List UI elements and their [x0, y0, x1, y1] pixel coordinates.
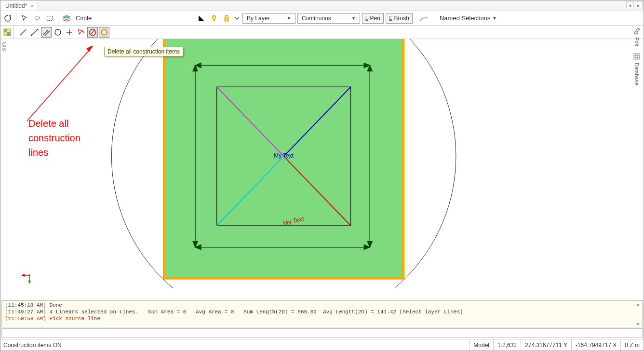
svg-rect-3	[214, 19, 215, 21]
tool-name-label: Circle	[74, 14, 194, 22]
svg-point-11	[55, 29, 61, 35]
dropdown-arrow-icon[interactable]	[234, 13, 241, 24]
log-line: [11:45:18 AM] Done	[5, 302, 639, 309]
linetype-dropdown-value: Continuous	[302, 15, 331, 22]
chevron-down-icon: ▼	[287, 16, 291, 21]
delete-construction-icon[interactable]	[76, 27, 86, 38]
status-y: 274.31677711 Y	[521, 339, 571, 351]
layers-icon[interactable]	[61, 13, 72, 24]
polyline-tool-icon[interactable]	[29, 27, 40, 38]
log-line: [11:50:58 AM] Pick source line	[5, 316, 639, 323]
separator	[58, 13, 58, 24]
chevron-down-icon: ▼	[492, 16, 496, 21]
edit-panel-icon[interactable]	[631, 26, 642, 36]
pen-label: Pen	[370, 15, 380, 22]
svg-rect-21	[634, 54, 640, 59]
log-line: [11:49:27 AM] 4 Linears selected on Line…	[5, 309, 639, 316]
svg-line-6	[31, 29, 38, 35]
eyedropper-icon[interactable]	[418, 13, 429, 24]
linetype-dropdown[interactable]: Continuous ▼	[297, 13, 360, 24]
tab-next-icon[interactable]: ▸	[635, 1, 643, 9]
delete-all-construction-icon[interactable]	[87, 27, 98, 38]
pen-key: L	[365, 15, 368, 21]
gis-panel-icon[interactable]	[0, 26, 14, 39]
svg-line-16	[91, 30, 95, 34]
named-selections-label: Named Selections	[440, 14, 491, 22]
separator	[16, 13, 16, 24]
command-input[interactable]	[1, 328, 643, 338]
brush-button[interactable]: E Brush	[386, 13, 413, 24]
tab-nav: ◂ ▸	[625, 1, 643, 9]
drawing-canvas[interactable]: My Text My Text	[14, 39, 630, 288]
document-tab[interactable]: Untitled* ×	[0, 0, 38, 11]
close-icon[interactable]: ×	[30, 2, 34, 10]
canvas-text-center: My Text	[274, 152, 294, 159]
svg-line-9	[43, 30, 48, 35]
tab-title: Untitled*	[5, 2, 27, 9]
svg-rect-19	[4, 29, 7, 32]
edit-panel-label[interactable]: Edit	[634, 37, 640, 46]
status-left: Construction items ON	[0, 342, 469, 349]
pen-button[interactable]: L Pen	[362, 13, 384, 24]
lasso-tool-icon[interactable]	[32, 13, 42, 24]
point-tool-icon[interactable]	[64, 27, 75, 38]
svg-marker-50	[28, 281, 31, 284]
circle-tool-icon[interactable]	[53, 27, 63, 38]
axis-gizmo	[21, 267, 40, 286]
annotation-label: Delete all construction lines	[28, 116, 80, 160]
svg-point-7	[31, 34, 32, 36]
parallel-line-tool-icon[interactable]	[41, 27, 52, 38]
lock-icon[interactable]	[221, 13, 232, 24]
brush-label: Brush	[394, 15, 409, 22]
layer-dropdown[interactable]: By Layer ▼	[242, 13, 295, 24]
svg-line-10	[45, 31, 50, 36]
svg-point-0	[35, 16, 40, 19]
named-selections-dropdown[interactable]: Named Selections ▼	[438, 14, 498, 22]
tooltip: Delete all construction items	[104, 47, 183, 56]
command-log: [11:45:18 AM] Done [11:49:27 AM] 4 Linea…	[1, 300, 643, 327]
scroll-up-icon[interactable]: ▴	[637, 301, 642, 307]
status-model[interactable]: Model	[469, 339, 493, 351]
status-z: 0 Z m	[620, 339, 644, 351]
chevron-down-icon: ▼	[351, 16, 356, 21]
construction-toolbar	[0, 26, 644, 39]
lightbulb-icon[interactable]	[209, 13, 219, 24]
brush-key: E	[389, 15, 392, 21]
tooltip-text: Delete all construction items	[107, 48, 180, 55]
status-bar: Construction items ON Model 1:2,632 274.…	[0, 339, 644, 351]
svg-rect-4	[225, 18, 228, 21]
construction-circle-icon[interactable]	[99, 27, 109, 38]
log-scrollbar[interactable]: ▴ ▾	[637, 301, 642, 326]
tab-prev-icon[interactable]: ◂	[626, 1, 634, 9]
database-panel-icon[interactable]	[631, 51, 642, 62]
cycle-tool-icon[interactable]	[2, 13, 13, 24]
status-x: -164.7949717 X	[571, 339, 620, 351]
svg-rect-1	[47, 16, 53, 20]
svg-point-2	[212, 15, 216, 19]
database-panel-label[interactable]: Database	[634, 63, 640, 85]
status-scale[interactable]: 1:2,632	[493, 339, 521, 351]
line-tool-icon[interactable]	[18, 27, 28, 38]
pointer-tool-icon[interactable]	[19, 13, 30, 24]
svg-point-51	[28, 274, 30, 276]
layer-dropdown-value: By Layer	[247, 15, 269, 22]
svg-point-17	[101, 29, 107, 35]
tab-bar: Untitled* × ◂ ▸	[0, 0, 644, 11]
scroll-down-icon[interactable]: ▾	[637, 321, 642, 326]
rect-select-icon[interactable]	[44, 13, 55, 24]
main-toolbar: Circle By Layer ▼ Continuous ▼ L Pen E B…	[0, 11, 644, 26]
svg-marker-48	[21, 274, 25, 277]
svg-line-5	[20, 29, 26, 35]
svg-rect-20	[7, 32, 11, 36]
gis-panel-label[interactable]: GIS	[1, 42, 7, 51]
black-triangle-icon[interactable]	[196, 13, 207, 24]
svg-point-8	[37, 28, 39, 30]
